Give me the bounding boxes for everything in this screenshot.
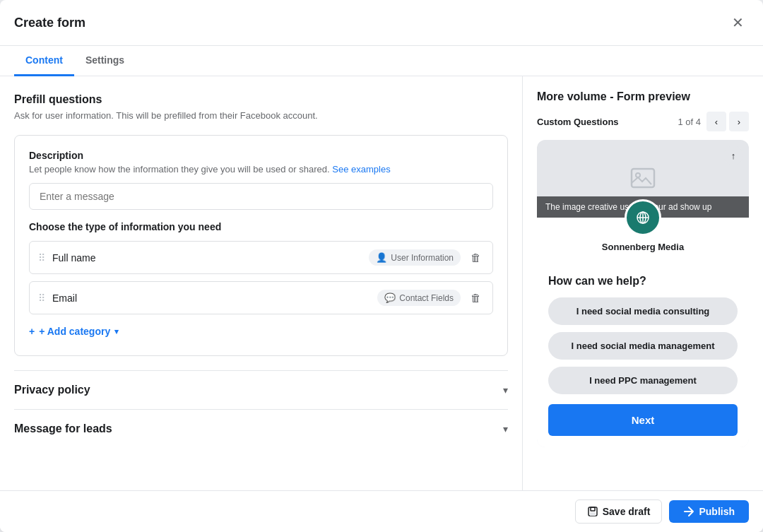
- create-form-modal: Create form ✕ Content Settings Prefill q…: [0, 0, 763, 532]
- delete-email-button[interactable]: 🗑: [468, 289, 484, 307]
- nav-controls: 1 of 4 ‹ ›: [678, 112, 749, 131]
- preview-nav: Custom Questions 1 of 4 ‹ ›: [537, 112, 749, 131]
- nav-arrows: ‹ ›: [706, 112, 749, 131]
- brand-name: Sonnenberg Media: [602, 242, 684, 252]
- privacy-policy-section[interactable]: Privacy policy ▾: [14, 370, 508, 409]
- privacy-policy-title: Privacy policy: [14, 384, 90, 396]
- option-ppc-button[interactable]: I need PPC management: [548, 367, 738, 394]
- add-icon: +: [29, 326, 35, 337]
- scroll-up-button[interactable]: ↑: [723, 146, 743, 165]
- delete-fullname-button[interactable]: 🗑: [468, 249, 484, 266]
- close-button[interactable]: ✕: [726, 11, 749, 34]
- modal-title: Create form: [14, 16, 85, 30]
- chevron-leads-icon: ▾: [503, 423, 508, 435]
- publish-icon: [683, 506, 694, 517]
- modal-body: Prefill questions Ask for user informati…: [0, 76, 763, 490]
- nav-count: 1 of 4: [678, 117, 701, 127]
- field-row-fullname: ⠿ Full name 👤 User Information 🗑: [29, 241, 493, 274]
- tab-content[interactable]: Content: [14, 46, 74, 76]
- phone-content: How can we help? I need social media con…: [537, 264, 749, 447]
- chevron-privacy-icon: ▾: [503, 384, 508, 396]
- nav-prev-button[interactable]: ‹: [706, 112, 726, 131]
- message-for-leads-title: Message for leads: [14, 422, 112, 435]
- right-panel: More volume - Form preview Custom Questi…: [523, 76, 763, 490]
- field-name-email: Email: [52, 292, 377, 304]
- svg-rect-9: [590, 512, 596, 516]
- choose-label: Choose the type of information you need: [29, 221, 493, 232]
- option-consulting-button[interactable]: I need social media consulting: [548, 297, 738, 325]
- tabs-bar: Content Settings: [0, 46, 763, 76]
- phone-top: The image creative used in your ad show …: [537, 140, 749, 264]
- chevron-down-icon: ▾: [114, 327, 119, 336]
- drag-handle-email[interactable]: ⠿: [38, 292, 45, 304]
- prefill-section: Prefill questions Ask for user informati…: [14, 93, 508, 121]
- message-for-leads-section[interactable]: Message for leads ▾: [14, 409, 508, 448]
- description-section: Description Let people know how the info…: [14, 135, 508, 356]
- add-category-button[interactable]: + + Add category ▾: [29, 321, 119, 341]
- badge-user-info: 👤 User Information: [369, 249, 461, 266]
- brand-logo-icon: [633, 208, 653, 227]
- badge-contact-fields: 💬 Contact Fields: [377, 290, 461, 306]
- user-icon: 👤: [376, 252, 387, 263]
- field-name-fullname: Full name: [52, 252, 369, 264]
- nav-next-button[interactable]: ›: [729, 112, 749, 131]
- tab-settings[interactable]: Settings: [74, 46, 136, 76]
- save-draft-button[interactable]: Save draft: [575, 500, 663, 524]
- field-row-email: ⠿ Email 💬 Contact Fields 🗑: [29, 281, 493, 314]
- svg-rect-8: [591, 507, 595, 511]
- modal-footer: Save draft Publish: [0, 490, 763, 532]
- publish-button[interactable]: Publish: [669, 500, 749, 523]
- phone-preview: ↑ The image creative used in your ad sho…: [537, 140, 749, 447]
- left-panel: Prefill questions Ask for user informati…: [0, 76, 523, 490]
- preview-title: More volume - Form preview: [537, 90, 749, 103]
- modal-header: Create form ✕: [0, 0, 763, 46]
- image-icon: [629, 165, 657, 193]
- custom-questions-label: Custom Questions: [537, 117, 619, 127]
- how-help-title: How can we help?: [548, 275, 738, 288]
- chat-icon: 💬: [384, 292, 396, 303]
- next-button[interactable]: Next: [548, 404, 738, 436]
- section-title: Prefill questions: [14, 93, 508, 106]
- save-icon: [587, 506, 598, 517]
- description-label: Description: [29, 150, 493, 161]
- see-examples-link[interactable]: See examples: [332, 164, 390, 175]
- description-hint: Let people know how the information they…: [29, 164, 493, 175]
- drag-handle-fullname[interactable]: ⠿: [38, 252, 45, 264]
- section-subtitle: Ask for user information. This will be p…: [14, 110, 508, 121]
- description-input[interactable]: [29, 183, 493, 210]
- option-management-button[interactable]: I need social media management: [548, 332, 738, 360]
- right-inner: More volume - Form preview Custom Questi…: [537, 90, 749, 476]
- brand-circle: [625, 199, 661, 236]
